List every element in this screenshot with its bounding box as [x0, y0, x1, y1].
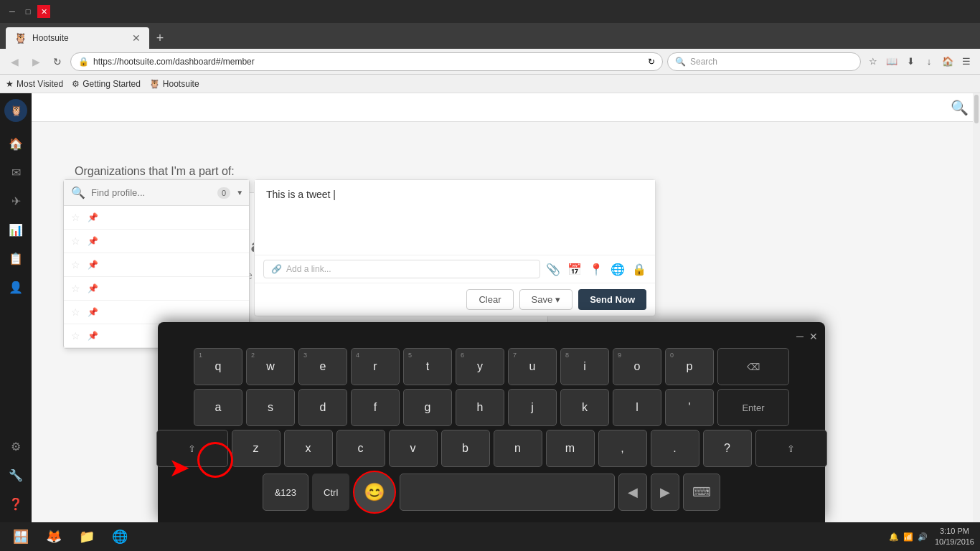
key-p[interactable]: 0p — [665, 348, 714, 385]
key-x[interactable]: x — [284, 430, 333, 467]
key-f[interactable]: f — [351, 389, 400, 426]
key-m[interactable]: m — [546, 430, 595, 467]
key-o[interactable]: 9o — [613, 348, 661, 385]
sidebar-item-profile[interactable]: 👤 — [3, 274, 29, 300]
profile-list-item[interactable]: ☆ 📌 — [64, 206, 249, 230]
profile-star-icon-5[interactable]: ☆ — [71, 306, 80, 318]
key-period[interactable]: . — [651, 430, 699, 467]
key-a[interactable]: a — [194, 389, 242, 426]
calendar-icon[interactable]: 📅 — [567, 263, 582, 276]
sidebar-item-help[interactable]: ❓ — [3, 491, 29, 517]
bookmark-most-visited[interactable]: ★ Most Visited — [6, 79, 63, 89]
key-l[interactable]: l — [613, 389, 661, 426]
key-backspace[interactable]: ⌫ — [717, 348, 789, 385]
profile-pin-icon-3[interactable]: 📌 — [88, 260, 98, 270]
profile-list-item[interactable]: ☆ 📌 — [64, 253, 249, 277]
key-n[interactable]: n — [494, 430, 542, 467]
key-left-arrow[interactable]: ◀ — [618, 474, 647, 511]
bookmark-star-icon[interactable]: ☆ — [865, 54, 881, 70]
sidebar-item-messages[interactable]: ✉ — [3, 159, 29, 185]
profile-pin-icon-5[interactable]: 📌 — [88, 307, 98, 317]
page-search-icon[interactable]: 🔍 — [951, 99, 969, 116]
taskbar-app-start[interactable]: 🪟 — [6, 525, 36, 548]
profile-star-icon-2[interactable]: ☆ — [71, 235, 80, 247]
key-question[interactable]: ? — [703, 430, 752, 467]
profile-list-item[interactable]: ☆ 📌 — [64, 301, 249, 324]
globe-icon[interactable]: 🌐 — [611, 263, 625, 276]
taskbar-app-firefox[interactable]: 🦊 — [39, 525, 69, 548]
profile-list-item[interactable]: ☆ 📌 — [64, 277, 249, 301]
link-input[interactable]: 🔗 Add a link... — [263, 260, 540, 278]
profile-search-input[interactable] — [91, 187, 212, 198]
taskbar-app-files[interactable]: 📁 — [72, 525, 102, 548]
attach-icon[interactable]: 📎 — [546, 263, 560, 276]
key-shift-right[interactable]: ⇧ — [755, 430, 827, 467]
key-e[interactable]: 3e — [298, 348, 347, 385]
minimize-button[interactable]: ─ — [6, 5, 19, 18]
forward-button[interactable]: ▶ — [27, 53, 44, 70]
key-w[interactable]: 2w — [246, 348, 295, 385]
save-button[interactable]: Save ▾ — [519, 289, 573, 310]
key-comma[interactable]: , — [598, 430, 647, 467]
key-v[interactable]: v — [389, 430, 438, 467]
bookmark-getting-started[interactable]: ⚙ Getting Started — [72, 79, 141, 89]
key-r[interactable]: 4r — [351, 348, 400, 385]
key-space[interactable] — [400, 474, 615, 511]
close-button[interactable]: ✕ — [37, 5, 50, 18]
sidebar-item-home[interactable]: 🏠 — [3, 131, 29, 156]
profile-star-icon-3[interactable]: ☆ — [71, 259, 80, 270]
key-keyboard-icon[interactable]: ⌨ — [683, 474, 720, 511]
profile-list-item[interactable]: ☆ 📌 — [64, 230, 249, 253]
tab-close-icon[interactable]: ✕ — [132, 32, 141, 44]
key-h[interactable]: h — [456, 389, 504, 426]
key-num-toggle[interactable]: &123 — [263, 474, 308, 511]
key-y[interactable]: 6y — [456, 348, 504, 385]
tweet-textarea[interactable]: This is a tweet | — [255, 180, 655, 252]
key-u[interactable]: 7u — [508, 348, 557, 385]
refresh-icon-small[interactable]: ↻ — [648, 57, 655, 67]
location-icon[interactable]: 📍 — [589, 263, 603, 276]
scrollbar[interactable] — [973, 93, 980, 551]
key-i[interactable]: 8i — [560, 348, 609, 385]
key-emoji[interactable]: 😊 — [353, 471, 396, 514]
key-k[interactable]: k — [560, 389, 609, 426]
hootsuite-logo[interactable]: 🦉 — [4, 99, 27, 122]
key-g[interactable]: g — [403, 389, 452, 426]
key-z[interactable]: z — [232, 430, 281, 467]
bookmark-hootsuite[interactable]: 🦉 Hootsuite — [149, 79, 199, 89]
clear-button[interactable]: Clear — [466, 289, 513, 310]
sidebar-item-assignments[interactable]: 📋 — [3, 245, 29, 271]
key-t[interactable]: 5t — [403, 348, 452, 385]
maximize-button[interactable]: □ — [22, 5, 34, 18]
pocket-icon[interactable]: ⬇ — [903, 54, 918, 70]
profile-pin-icon-6[interactable]: 📌 — [88, 331, 98, 341]
menu-icon[interactable]: ☰ — [958, 54, 974, 70]
scrollbar-thumb[interactable] — [974, 95, 979, 123]
key-apostrophe[interactable]: ' — [665, 389, 714, 426]
browser-search-bar[interactable]: 🔍 Search — [667, 52, 861, 71]
key-c[interactable]: c — [336, 430, 385, 467]
profile-star-icon-1[interactable]: ☆ — [71, 212, 80, 223]
profile-star-icon-4[interactable]: ☆ — [71, 283, 80, 294]
send-now-button[interactable]: Send Now — [578, 289, 646, 310]
key-enter[interactable]: Enter — [717, 389, 789, 426]
home-icon[interactable]: 🏠 — [940, 54, 956, 70]
lock-icon[interactable]: 🔒 — [632, 263, 646, 276]
new-tab-button[interactable]: + — [149, 27, 171, 49]
profile-dropdown-arrow[interactable]: ▼ — [236, 189, 243, 197]
sidebar-item-tools[interactable]: 🔧 — [3, 462, 29, 488]
browser-tab[interactable]: 🦉 Hootsuite ✕ — [6, 27, 149, 49]
key-b[interactable]: b — [441, 430, 490, 467]
reader-mode-icon[interactable]: 📖 — [884, 54, 900, 70]
key-s[interactable]: s — [246, 389, 295, 426]
profile-pin-icon-4[interactable]: 📌 — [88, 283, 98, 293]
keyboard-minimize-button[interactable]: ─ — [796, 331, 804, 342]
profile-pin-icon-1[interactable]: 📌 — [88, 212, 98, 222]
key-ctrl[interactable]: Ctrl — [312, 474, 349, 511]
sidebar-item-analytics[interactable]: 📊 — [3, 217, 29, 242]
sidebar-item-settings[interactable]: ⚙ — [3, 433, 29, 459]
sidebar-item-compose[interactable]: ✈ — [3, 188, 29, 214]
keyboard-close-button[interactable]: ✕ — [809, 331, 818, 342]
download-icon[interactable]: ↓ — [921, 54, 937, 70]
key-q[interactable]: 1q — [194, 348, 242, 385]
